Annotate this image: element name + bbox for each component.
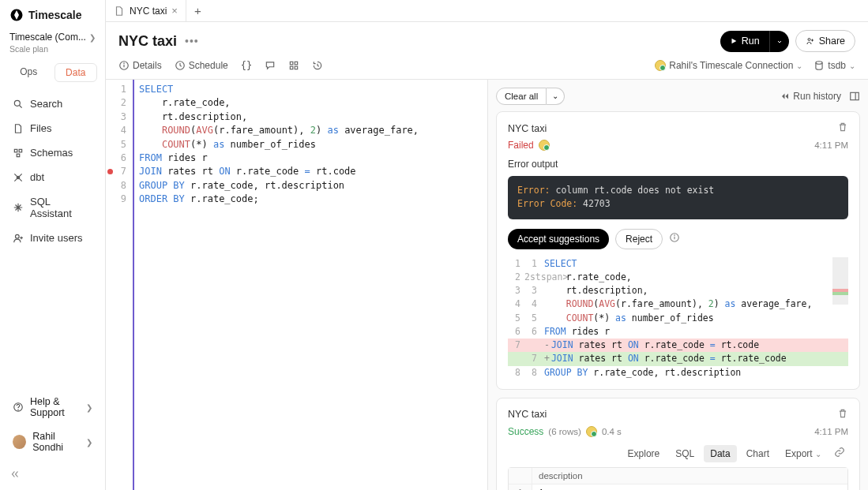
toolbar-details[interactable]: Details xyxy=(118,60,162,71)
tab-data[interactable]: Data xyxy=(704,445,736,462)
toolbar-schedule[interactable]: Schedule xyxy=(175,60,228,71)
toolbar-grid[interactable] xyxy=(288,60,299,71)
tab-data[interactable]: Data xyxy=(54,63,98,82)
data-grid[interactable]: description 11 22 33 xyxy=(508,467,848,490)
sql-editor[interactable]: 1 2 3 4 5 6 7 8 9 SELECT r.rate_code, rt… xyxy=(106,80,488,490)
copy-link[interactable] xyxy=(831,445,848,462)
timescale-logo-icon xyxy=(9,8,24,22)
toolbar-comment[interactable] xyxy=(265,60,276,71)
chevron-down-icon xyxy=(776,39,783,45)
run-button[interactable]: Run xyxy=(720,31,789,52)
file-tab[interactable]: NYC taxi × xyxy=(106,0,186,21)
avatar xyxy=(13,435,26,449)
editor-code[interactable]: SELECT r.rate_code, rt.description, ROUN… xyxy=(133,80,487,490)
schema-icon xyxy=(13,148,24,159)
connection-badge-icon xyxy=(586,426,597,437)
clock-icon xyxy=(175,60,186,71)
toolbar-details-label: Details xyxy=(133,60,162,71)
help-label: Help & Support xyxy=(30,396,86,418)
collapse-icon xyxy=(9,469,21,480)
user-name: Rahil Sondhi xyxy=(32,431,86,453)
nav-files[interactable]: Files xyxy=(5,116,100,140)
toolbar-braces[interactable]: {} xyxy=(241,60,252,71)
nav-invite-label: Invite users xyxy=(30,232,82,244)
brand-name: Timescale xyxy=(28,9,81,21)
link-icon xyxy=(834,447,845,458)
history-icon xyxy=(312,60,323,71)
file-icon xyxy=(13,123,24,134)
layout-toggle[interactable] xyxy=(849,91,860,102)
clear-dropdown[interactable]: ⌄ xyxy=(547,88,565,105)
nav-invite[interactable]: Invite users xyxy=(5,226,100,250)
run-history-link[interactable]: Run history xyxy=(780,91,841,102)
delete-result[interactable] xyxy=(837,408,848,421)
add-tab[interactable]: + xyxy=(186,4,209,17)
result-time: 4:11 PM xyxy=(814,140,848,150)
file-icon xyxy=(114,6,125,17)
tab-sql[interactable]: SQL xyxy=(669,445,701,462)
org-selector[interactable]: Timescale (Com... ❯ xyxy=(0,27,105,44)
nav-schemas[interactable]: Schemas xyxy=(5,140,100,165)
trash-icon xyxy=(837,408,848,419)
editor-gutter: 1 2 3 4 5 6 7 8 9 xyxy=(106,80,133,490)
svg-rect-16 xyxy=(295,62,298,65)
connection-badge-icon xyxy=(655,60,666,71)
svg-point-10 xyxy=(808,39,810,41)
run-dropdown[interactable] xyxy=(769,31,789,52)
connection-badge-icon xyxy=(539,140,550,151)
more-menu[interactable]: ••• xyxy=(185,35,199,47)
share-button[interactable]: Share xyxy=(795,30,855,52)
delete-result[interactable] xyxy=(837,122,848,135)
tab-explore[interactable]: Explore xyxy=(622,445,667,462)
error-output-label: Error output xyxy=(508,159,848,170)
user-plus-icon xyxy=(13,233,24,244)
chevron-right-icon: ❯ xyxy=(86,403,92,412)
search-icon xyxy=(13,99,24,110)
accept-suggestions-button[interactable]: Accept suggestions xyxy=(508,229,609,249)
nav-dbt[interactable]: dbt xyxy=(5,165,100,189)
database-selector[interactable]: tsdb⌄ xyxy=(814,60,855,71)
rewind-icon xyxy=(780,92,790,101)
braces-icon: {} xyxy=(241,60,252,71)
help-support[interactable]: Help & Support ❯ xyxy=(5,390,100,425)
user-menu[interactable]: Rahil Sondhi ❯ xyxy=(5,425,100,459)
svg-rect-15 xyxy=(291,62,294,65)
svg-rect-5 xyxy=(17,154,20,157)
trash-icon xyxy=(837,122,848,133)
nav-search[interactable]: Search xyxy=(5,92,100,116)
result-card-failed: NYC taxi Failed 4:11 PM Error output Err… xyxy=(496,111,860,390)
result-time: 4:11 PM xyxy=(814,427,848,436)
info-icon[interactable] xyxy=(669,232,680,245)
reject-button[interactable]: Reject xyxy=(615,229,663,249)
share-icon xyxy=(806,36,815,46)
close-icon[interactable]: × xyxy=(171,5,178,17)
tab-chart[interactable]: Chart xyxy=(740,445,776,462)
toolbar-history[interactable] xyxy=(312,60,323,71)
nav-search-label: Search xyxy=(30,98,62,110)
svg-rect-17 xyxy=(291,66,294,69)
grid-icon xyxy=(288,60,299,71)
duration: 0.4 s xyxy=(602,427,622,436)
column-header[interactable]: description xyxy=(532,468,847,484)
chevron-right-icon: ❯ xyxy=(86,438,92,447)
dbt-icon xyxy=(13,172,24,183)
org-name: Timescale (Com... xyxy=(9,32,86,43)
panel-icon xyxy=(849,91,860,102)
svg-point-9 xyxy=(18,410,19,410)
result-title: NYC taxi xyxy=(508,123,547,134)
breakpoint-icon[interactable] xyxy=(107,169,113,174)
share-label: Share xyxy=(819,36,845,47)
nav-sql-assistant[interactable]: SQL Assistant xyxy=(5,189,100,226)
tab-export[interactable]: Export ⌄ xyxy=(779,445,828,462)
chevron-down-icon: ⌄ xyxy=(815,450,821,458)
connection-selector[interactable]: Rahil's Timescale Connection⌄ xyxy=(655,60,802,71)
result-title: NYC taxi xyxy=(508,409,547,420)
tab-ops[interactable]: Ops xyxy=(8,63,50,82)
collapse-sidebar[interactable] xyxy=(0,464,105,490)
svg-point-19 xyxy=(816,62,822,65)
file-tab-name: NYC taxi xyxy=(130,6,167,17)
clear-all-button[interactable]: Clear all xyxy=(496,88,547,105)
chevron-right-icon: ❯ xyxy=(89,33,96,42)
chevron-down-icon: ⌄ xyxy=(796,62,802,70)
minimap[interactable] xyxy=(832,257,848,305)
